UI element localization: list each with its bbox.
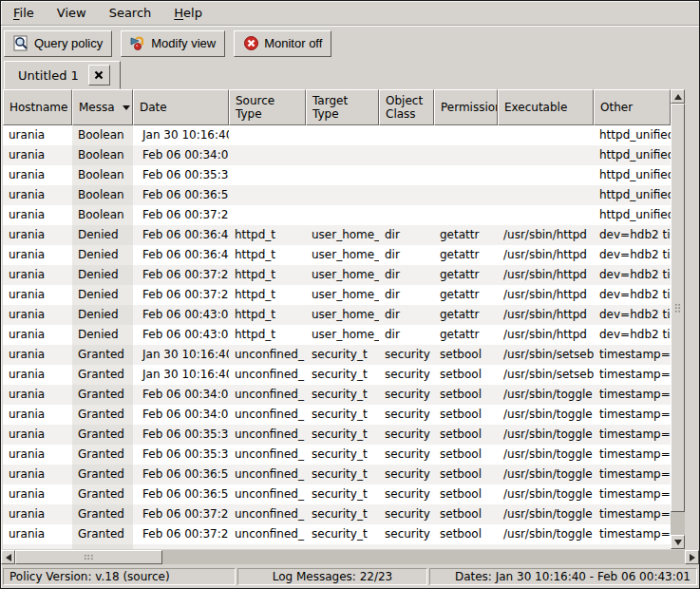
table-row[interactable]: uraniaGrantedFeb 06 00:34:01unconfined_s… <box>3 405 671 425</box>
cell-tgt: user_home_ <box>306 305 379 325</box>
cell-cls: security <box>379 484 434 504</box>
log-table-area: HostnameMessaDateSource TypeTarget TypeO… <box>1 89 699 549</box>
tab-untitled-1[interactable]: Untitled 1 <box>4 61 121 89</box>
menu-file[interactable]: File <box>7 3 41 23</box>
scroll-down-button[interactable] <box>671 535 685 549</box>
table-row[interactable]: uraniaBooleanFeb 06 00:34:01httpd_unifie… <box>3 145 671 165</box>
cell-exe <box>498 185 594 205</box>
cell-exe: /usr/sbin/setseb <box>498 365 594 385</box>
cell-cls <box>379 145 434 165</box>
cell-other: dev=hdb2 timesta <box>594 325 671 345</box>
column-header-date[interactable]: Date <box>133 89 229 125</box>
column-label: Target Type <box>312 94 374 121</box>
cell-exe <box>498 165 594 185</box>
table-row[interactable]: uraniaDeniedFeb 06 00:36:44httpd_tuser_h… <box>3 245 671 265</box>
cell-src: httpd_t <box>229 305 306 325</box>
cell-cls: security <box>379 504 434 524</box>
cell-msg: Granted <box>72 484 133 504</box>
table-row[interactable] <box>3 544 671 549</box>
cell-exe: /usr/sbin/toggle <box>498 484 594 504</box>
table-row[interactable]: uraniaBooleanFeb 06 00:35:35httpd_unifie… <box>3 165 671 185</box>
table-row[interactable]: uraniaGrantedFeb 06 00:36:56unconfined_s… <box>3 465 671 484</box>
horizontal-scrollbar[interactable] <box>1 550 699 564</box>
table-row[interactable]: uraniaDeniedFeb 06 00:43:01httpd_tuser_h… <box>3 305 671 325</box>
cell-src: unconfined_ <box>229 385 306 405</box>
table-row[interactable]: uraniaDeniedFeb 06 00:36:44httpd_tuser_h… <box>3 225 671 245</box>
table-row[interactable]: uraniaBooleanJan 30 10:16:40httpd_unifie… <box>3 125 671 145</box>
modify-view-icon <box>130 35 146 51</box>
menu-view[interactable]: View <box>50 3 93 23</box>
cell-date: Feb 06 00:43:01 <box>133 325 229 345</box>
close-icon <box>94 70 104 80</box>
column-label: Executable <box>504 101 567 114</box>
modify-view-button[interactable]: Modify view <box>121 30 225 57</box>
cell-host: urania <box>3 285 72 305</box>
arrow-right-icon <box>690 554 695 561</box>
cell-cls: dir <box>379 305 434 325</box>
table-row[interactable]: uraniaDeniedFeb 06 00:37:27httpd_tuser_h… <box>3 265 671 285</box>
cell-other: timestamp=11076 <box>594 445 671 465</box>
column-header-perm[interactable]: Permission <box>434 89 498 125</box>
scroll-right-button[interactable] <box>685 550 699 564</box>
cell-cls: security <box>379 524 434 544</box>
cell-exe <box>498 145 594 165</box>
cell-cls <box>379 185 434 205</box>
column-header-cls[interactable]: Object Class <box>379 89 434 125</box>
sort-indicator-icon <box>123 105 130 110</box>
cell-src: unconfined_ <box>229 504 306 524</box>
cell-other: dev=hdb2 timesta <box>594 265 671 285</box>
cell-perm <box>434 125 498 145</box>
query-policy-button[interactable]: Query policy <box>4 30 112 57</box>
table-row[interactable]: uraniaGrantedJan 30 10:16:40unconfined_s… <box>3 345 671 365</box>
table-row[interactable]: uraniaBooleanFeb 06 00:36:56httpd_unifie… <box>3 185 671 205</box>
monitor-off-label: Monitor off <box>264 36 322 50</box>
table-row[interactable]: uraniaDeniedFeb 06 00:43:01httpd_tuser_h… <box>3 325 671 345</box>
cell-src <box>229 125 306 145</box>
cell-src <box>229 185 306 205</box>
cell-exe: /usr/sbin/httpd <box>498 305 594 325</box>
menu-help[interactable]: Help <box>167 3 209 23</box>
cell-other: httpd_unified:1, h <box>594 125 671 145</box>
monitor-off-button[interactable]: Monitor off <box>234 30 331 57</box>
menu-search[interactable]: Search <box>103 3 159 23</box>
table-row[interactable]: uraniaDeniedFeb 06 00:37:27httpd_tuser_h… <box>3 285 671 305</box>
cell-perm: setbool <box>434 385 498 405</box>
column-header-tgt[interactable]: Target Type <box>306 89 379 125</box>
tab-close-button[interactable] <box>88 65 110 86</box>
column-header-exe[interactable]: Executable <box>498 89 594 125</box>
horizontal-scrollbar-thumb[interactable] <box>15 550 162 564</box>
table-row[interactable]: uraniaBooleanFeb 06 00:37:25httpd_unifie… <box>3 205 671 225</box>
table-row[interactable]: uraniaGrantedJan 30 10:16:40unconfined_s… <box>3 365 671 385</box>
cell-other: timestamp=11076 <box>594 484 671 504</box>
cell-msg: Denied <box>72 225 133 245</box>
cell-tgt: security_t <box>306 524 379 544</box>
cell-tgt <box>306 165 379 185</box>
table-row[interactable]: uraniaGrantedFeb 06 00:36:56unconfined_s… <box>3 484 671 504</box>
scroll-left-button[interactable] <box>1 550 15 564</box>
column-header-src[interactable]: Source Type <box>229 89 306 125</box>
vertical-scrollbar-thumb[interactable] <box>671 104 685 512</box>
cell-cls: security <box>379 385 434 405</box>
cell-src: httpd_t <box>229 245 306 265</box>
query-policy-label: Query policy <box>34 36 103 50</box>
column-header-other[interactable]: Other <box>594 89 671 125</box>
table-row[interactable]: uraniaGrantedFeb 06 00:34:01unconfined_s… <box>3 385 671 405</box>
cell-date: Feb 06 00:35:35 <box>133 445 229 465</box>
table-row[interactable]: uraniaGrantedFeb 06 00:37:25unconfined_s… <box>3 504 671 524</box>
cell-cls: security <box>379 445 434 465</box>
cell-cls: security <box>379 365 434 385</box>
column-header-host[interactable]: Hostname <box>3 89 72 125</box>
table-row[interactable]: uraniaGrantedFeb 06 00:35:35unconfined_s… <box>3 425 671 445</box>
table-row[interactable]: uraniaGrantedFeb 06 00:35:35unconfined_s… <box>3 445 671 465</box>
cell-date: Jan 30 10:16:40 <box>133 125 229 145</box>
cell-date: Feb 06 00:37:25 <box>133 205 229 225</box>
cell-exe: /usr/sbin/toggle <box>498 445 594 465</box>
cell-tgt: security_t <box>306 405 379 425</box>
vertical-scrollbar[interactable] <box>671 89 685 549</box>
column-header-msg[interactable]: Messa <box>72 89 133 125</box>
cell-src <box>229 165 306 185</box>
table-row[interactable]: uraniaGrantedFeb 06 00:37:25unconfined_s… <box>3 524 671 544</box>
scroll-up-button[interactable] <box>671 89 685 104</box>
cell-host: urania <box>3 445 72 465</box>
cell-tgt: security_t <box>306 345 379 365</box>
